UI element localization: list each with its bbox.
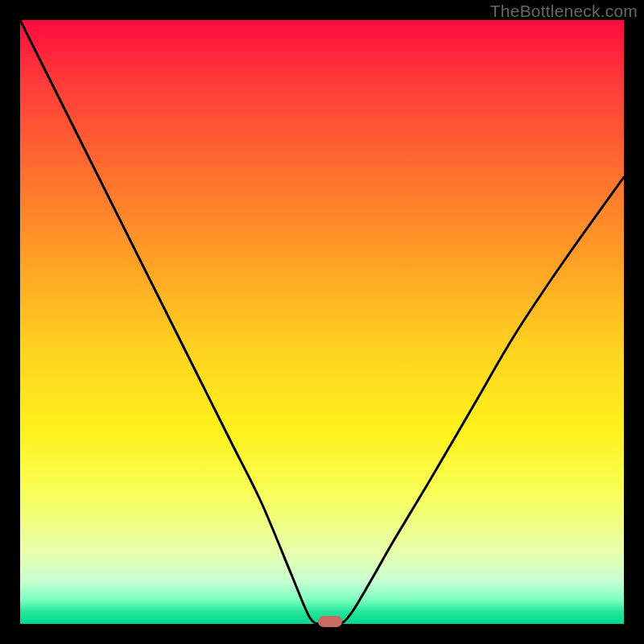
- curve-svg: [20, 20, 624, 624]
- optimal-marker: [318, 616, 342, 627]
- bottleneck-curve: [20, 20, 624, 624]
- watermark-text: TheBottleneck.com: [490, 2, 638, 21]
- chart-frame: TheBottleneck.com: [0, 0, 644, 644]
- plot-area: [20, 20, 624, 624]
